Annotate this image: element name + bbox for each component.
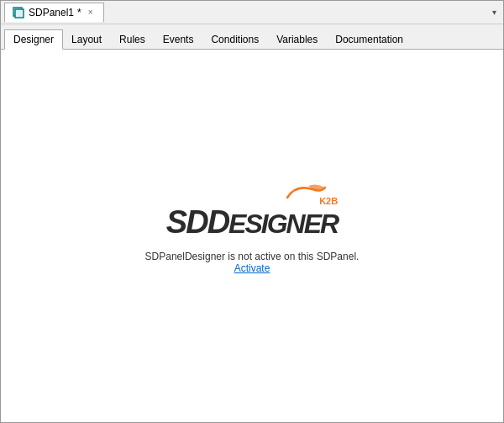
main-window: SDPanel1 * × ▾ Designer Layout Rules Eve…	[0, 0, 504, 423]
title-text: SDPanel1	[29, 7, 74, 19]
sd-text: SD	[166, 204, 207, 241]
title-bar-left: SDPanel1 * ×	[4, 3, 104, 23]
inactive-message: SDPanelDesigner is not active on this SD…	[145, 251, 360, 262]
tab-events[interactable]: Events	[155, 29, 203, 49]
logo-container: K2B SD DESIGNER	[166, 198, 338, 241]
content-area: K2B SD DESIGNER SDPanelDesigner is not a…	[1, 50, 503, 422]
k2b-text: K2B	[319, 196, 338, 206]
logo-area: K2B SD DESIGNER SDPanelDesigner is not a…	[145, 198, 360, 274]
designer-text: DESIGNER	[207, 204, 338, 241]
tab-icon	[12, 6, 25, 19]
status-container: SDPanelDesigner is not active on this SD…	[145, 251, 360, 274]
logo-text-container: SD DESIGNER	[166, 198, 338, 241]
title-bar-right: ▾	[489, 6, 500, 19]
tab-layout[interactable]: Layout	[63, 29, 111, 49]
title-bar: SDPanel1 * × ▾	[1, 1, 503, 24]
close-button[interactable]: ×	[85, 7, 97, 19]
modified-indicator: *	[77, 7, 81, 19]
tab-variables[interactable]: Variables	[268, 29, 327, 49]
tab-conditions[interactable]: Conditions	[202, 29, 268, 49]
tab-designer[interactable]: Designer	[4, 29, 63, 50]
tab-rules[interactable]: Rules	[111, 29, 155, 49]
scroll-button[interactable]: ▾	[489, 6, 500, 19]
activate-link[interactable]: Activate	[234, 262, 270, 274]
svg-rect-1	[15, 9, 24, 18]
title-tab[interactable]: SDPanel1 * ×	[4, 3, 104, 23]
tabs-bar: Designer Layout Rules Events Conditions …	[1, 24, 503, 50]
tab-documentation[interactable]: Documentation	[327, 29, 412, 49]
